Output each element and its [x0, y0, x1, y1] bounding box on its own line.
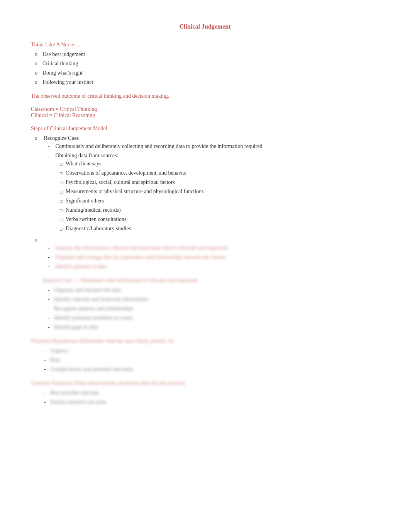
recognize-cues-sub: Continuously and deliberately collecting…: [42, 142, 379, 233]
classroom-clinical-section: Classroom = Critical Thinking Clinical =…: [31, 106, 379, 119]
blurred-analyze-heading: Analyze Cues — Determine what informatio…: [42, 277, 379, 284]
blurred-list-item: Complications and potential outcomes: [50, 365, 379, 373]
list-item: Doing what's right: [42, 69, 379, 77]
think-like-nurse-heading: Think Like A Nurse…: [31, 42, 379, 48]
blurred-analyze-section: Analyze Cues — Determine what informatio…: [31, 277, 379, 331]
blurred-item: Identify patterns in data: [54, 262, 379, 270]
blurred-list-item: Organize and interpret the data: [54, 286, 379, 294]
blurred-cues-item: Analyze the information collected and de…: [42, 236, 379, 270]
blurred-list-item: Identify relevant and irrelevant informa…: [54, 295, 379, 303]
source-item: Verbal/written consultations: [66, 215, 379, 223]
blurred-solutions-list: Best possible outcome Patient centered c…: [31, 389, 379, 406]
blurred-item: Organize and arrange data by importance …: [54, 253, 379, 261]
blurred-sub: Analyze the information collected and de…: [42, 244, 379, 270]
list-item: Following your instinct: [42, 78, 379, 86]
blurred-prioritize-list: Urgency Risk Complications and potential…: [31, 347, 379, 373]
blurred-list-item: Patient centered care plan: [50, 398, 379, 406]
recognize-cues-list: Recognize Cues Continuously and delibera…: [31, 134, 379, 270]
classroom-line: Classroom = Critical Thinking: [31, 106, 379, 112]
source-item: Nursing/medical records): [66, 206, 379, 214]
blurred-item: Analyze the information collected and de…: [54, 244, 379, 252]
observed-outcome-section: The observed outcome of critical thinkin…: [31, 93, 379, 99]
blurred-list-item: Risk: [50, 356, 379, 364]
list-item: Use best judgement: [42, 50, 379, 58]
blurred-list-item: Recognize patterns and relationships: [54, 304, 379, 313]
think-like-nurse-section: Think Like A Nurse… Use best judgement C…: [31, 42, 379, 86]
steps-section: Steps of Clinical Judgement Model Recogn…: [31, 126, 379, 406]
blurred-solutions-heading: Generate Solutions (What interventions s…: [31, 380, 379, 386]
list-item: Critical thinking: [42, 59, 379, 68]
clinical-line: Clinical = Clinical Reasoning: [31, 112, 379, 119]
blurred-solutions-section: Generate Solutions (What interventions s…: [31, 380, 379, 406]
sub-item-2: Obtaining data from sources: What client…: [54, 151, 379, 233]
sub-item-1: Continuously and deliberately collecting…: [54, 142, 379, 150]
think-like-nurse-list: Use best judgement Critical thinking Doi…: [31, 50, 379, 86]
blurred-prioritize-section: Prioritize Hypotheses (Determine what th…: [31, 338, 379, 373]
blurred-list-item: Identify potential problems or issues: [54, 314, 379, 322]
source-item: Significant others: [66, 197, 379, 205]
blurred-list-item: Best possible outcome: [50, 389, 379, 397]
source-item: What client says: [66, 160, 379, 168]
source-item: Measurements of physical structure and p…: [66, 187, 379, 195]
recognize-cues-item: Recognize Cues Continuously and delibera…: [42, 134, 379, 233]
blurred-list-item: Urgency: [50, 347, 379, 355]
source-item: Diagnostic/Laboratory studies: [66, 224, 379, 233]
blurred-prioritize-heading: Prioritize Hypotheses (Determine what th…: [31, 338, 379, 344]
page-title: Clinical Judgement: [31, 23, 379, 30]
observed-outcome-text: The observed outcome of critical thinkin…: [31, 93, 379, 99]
sources-list: What client says Observations of appeara…: [54, 160, 379, 233]
recognize-cues-label: Recognize Cues: [44, 135, 79, 141]
blurred-analyze-list: Organize and interpret the data Identify…: [42, 286, 379, 331]
source-item: Psychological, social, cultural and spir…: [66, 178, 379, 186]
source-item: Observations of appearance, development,…: [66, 169, 379, 177]
steps-heading: Steps of Clinical Judgement Model: [31, 126, 379, 132]
blurred-list-item: Identify gaps in data: [54, 323, 379, 331]
